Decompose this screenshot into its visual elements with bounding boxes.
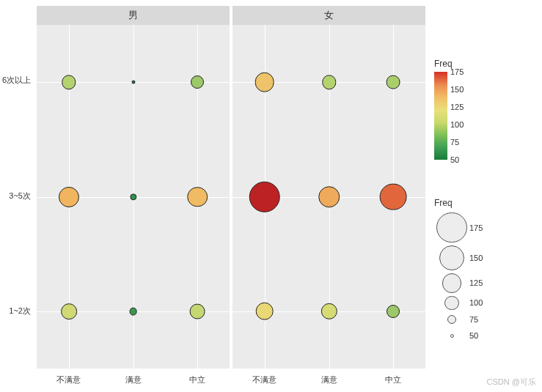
size-swatch xyxy=(450,334,454,338)
x-tick-label: 不满意 xyxy=(252,374,277,385)
size-swatch xyxy=(436,212,466,243)
data-point xyxy=(129,307,137,315)
data-point xyxy=(255,73,275,92)
data-point xyxy=(256,303,274,321)
facet-strip: 女 xyxy=(232,6,425,25)
colorbar-tick: 100 xyxy=(450,120,464,129)
colorbar-tick: 150 xyxy=(450,85,464,94)
legend-color-title: Freq xyxy=(434,59,537,69)
data-point xyxy=(249,181,281,212)
size-swatch xyxy=(442,273,462,293)
colorbar-tick: 50 xyxy=(450,155,459,164)
size-tick-label: 75 xyxy=(469,315,478,324)
y-tick-label: 1~2次 xyxy=(9,306,31,317)
x-tick-label: 中立 xyxy=(189,374,205,385)
legend-size-title: Freq xyxy=(434,198,483,208)
size-tick-label: 175 xyxy=(469,223,483,232)
data-point xyxy=(190,303,205,319)
data-point xyxy=(59,186,79,207)
y-tick-label: 6次以上 xyxy=(2,74,31,85)
data-point xyxy=(321,303,337,319)
data-point xyxy=(61,303,77,319)
data-point xyxy=(191,75,204,89)
data-point xyxy=(131,81,135,84)
legend-colorbar xyxy=(434,72,447,160)
colorbar-tick: 125 xyxy=(450,103,464,111)
size-swatch xyxy=(439,245,464,270)
colorbar-tick: 175 xyxy=(450,67,464,76)
x-tick-label: 满意 xyxy=(321,374,337,385)
size-tick-label: 125 xyxy=(469,278,483,287)
data-point xyxy=(62,75,76,89)
facet-strip: 男 xyxy=(37,6,230,25)
colorbar-tick: 75 xyxy=(450,138,459,147)
data-point xyxy=(130,193,136,200)
size-swatch xyxy=(447,315,456,324)
data-point xyxy=(318,186,340,208)
data-point xyxy=(387,305,400,318)
x-tick-label: 不满意 xyxy=(56,374,81,385)
y-tick-label: 3~5次 xyxy=(9,190,31,201)
data-point xyxy=(387,75,400,89)
plot-panel xyxy=(232,25,425,369)
x-tick-label: 中立 xyxy=(385,374,401,385)
size-tick-label: 100 xyxy=(469,298,483,307)
size-swatch xyxy=(444,296,458,310)
plot-panel xyxy=(37,25,230,369)
data-point xyxy=(322,75,336,89)
x-tick-label: 满意 xyxy=(125,374,142,385)
data-point xyxy=(187,187,208,207)
size-tick-label: 50 xyxy=(469,331,478,340)
data-point xyxy=(380,183,407,210)
size-tick-label: 150 xyxy=(469,254,483,262)
watermark: CSDN @可乐 xyxy=(487,377,536,388)
